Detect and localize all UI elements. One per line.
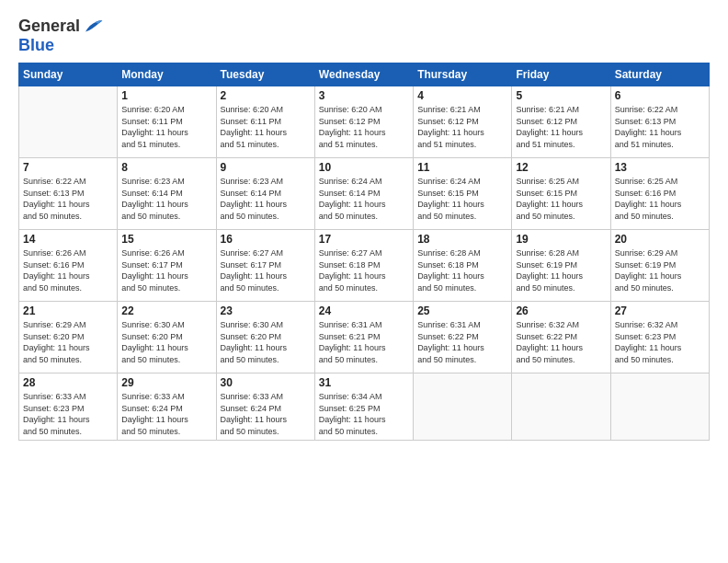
- calendar-cell: 25Sunrise: 6:31 AMSunset: 6:22 PMDayligh…: [414, 302, 512, 373]
- calendar-cell: [512, 373, 610, 441]
- calendar-cell: 27Sunrise: 6:32 AMSunset: 6:23 PMDayligh…: [610, 302, 709, 373]
- day-number: 6: [615, 89, 705, 102]
- weekday-header: Sunday: [19, 63, 118, 86]
- day-info: Sunrise: 6:24 AMSunset: 6:14 PMDaylight:…: [319, 176, 409, 222]
- calendar-cell: 12Sunrise: 6:25 AMSunset: 6:15 PMDayligh…: [512, 158, 610, 230]
- day-info: Sunrise: 6:24 AMSunset: 6:15 PMDaylight:…: [417, 176, 507, 222]
- calendar-cell: 11Sunrise: 6:24 AMSunset: 6:15 PMDayligh…: [414, 158, 512, 230]
- calendar-cell: 2Sunrise: 6:20 AMSunset: 6:11 PMDaylight…: [216, 86, 314, 158]
- calendar-cell: 24Sunrise: 6:31 AMSunset: 6:21 PMDayligh…: [314, 302, 413, 373]
- day-info: Sunrise: 6:33 AMSunset: 6:23 PMDaylight:…: [23, 391, 113, 437]
- day-number: 31: [319, 376, 409, 389]
- calendar-cell: [610, 373, 709, 441]
- day-info: Sunrise: 6:30 AMSunset: 6:20 PMDaylight:…: [221, 319, 311, 365]
- logo-blue-text: Blue: [18, 36, 54, 55]
- day-number: 22: [121, 304, 211, 317]
- day-number: 18: [417, 233, 507, 246]
- day-number: 11: [417, 161, 507, 174]
- day-number: 5: [516, 89, 606, 102]
- logo-general-text: General: [18, 17, 80, 36]
- day-info: Sunrise: 6:34 AMSunset: 6:25 PMDaylight:…: [319, 391, 409, 437]
- day-info: Sunrise: 6:29 AMSunset: 6:20 PMDaylight:…: [23, 319, 113, 365]
- day-info: Sunrise: 6:30 AMSunset: 6:20 PMDaylight:…: [121, 319, 211, 365]
- day-number: 16: [221, 233, 311, 246]
- day-info: Sunrise: 6:29 AMSunset: 6:19 PMDaylight:…: [615, 247, 705, 293]
- day-info: Sunrise: 6:33 AMSunset: 6:24 PMDaylight:…: [121, 391, 211, 437]
- day-info: Sunrise: 6:31 AMSunset: 6:22 PMDaylight:…: [417, 319, 507, 365]
- day-number: 20: [615, 233, 705, 246]
- day-info: Sunrise: 6:21 AMSunset: 6:12 PMDaylight:…: [516, 104, 606, 150]
- day-info: Sunrise: 6:26 AMSunset: 6:17 PMDaylight:…: [121, 247, 211, 293]
- weekday-header: Friday: [512, 63, 610, 86]
- day-info: Sunrise: 6:21 AMSunset: 6:12 PMDaylight:…: [417, 104, 507, 150]
- calendar-cell: 4Sunrise: 6:21 AMSunset: 6:12 PMDaylight…: [414, 86, 512, 158]
- day-number: 10: [319, 161, 409, 174]
- page: General Blue SundayMondayTuesdayWednesda…: [0, 0, 728, 563]
- day-info: Sunrise: 6:23 AMSunset: 6:14 PMDaylight:…: [121, 176, 211, 222]
- day-info: Sunrise: 6:28 AMSunset: 6:18 PMDaylight:…: [417, 247, 507, 293]
- calendar-row: 7Sunrise: 6:22 AMSunset: 6:13 PMDaylight…: [19, 158, 710, 230]
- calendar-cell: 14Sunrise: 6:26 AMSunset: 6:16 PMDayligh…: [19, 230, 118, 302]
- day-number: 1: [121, 89, 211, 102]
- day-info: Sunrise: 6:32 AMSunset: 6:22 PMDaylight:…: [516, 319, 606, 365]
- day-info: Sunrise: 6:33 AMSunset: 6:24 PMDaylight:…: [221, 391, 311, 437]
- calendar-row: 14Sunrise: 6:26 AMSunset: 6:16 PMDayligh…: [19, 230, 710, 302]
- day-number: 19: [516, 233, 606, 246]
- calendar-header-row: SundayMondayTuesdayWednesdayThursdayFrid…: [19, 63, 710, 86]
- day-info: Sunrise: 6:20 AMSunset: 6:11 PMDaylight:…: [121, 104, 211, 150]
- day-number: 4: [417, 89, 507, 102]
- day-number: 9: [221, 161, 311, 174]
- day-info: Sunrise: 6:22 AMSunset: 6:13 PMDaylight:…: [615, 104, 705, 150]
- calendar-cell: 18Sunrise: 6:28 AMSunset: 6:18 PMDayligh…: [414, 230, 512, 302]
- calendar-row: 1Sunrise: 6:20 AMSunset: 6:11 PMDaylight…: [19, 86, 710, 158]
- day-info: Sunrise: 6:25 AMSunset: 6:15 PMDaylight:…: [516, 176, 606, 222]
- logo: General Blue: [18, 17, 104, 55]
- weekday-header: Monday: [118, 63, 216, 86]
- calendar-cell: 3Sunrise: 6:20 AMSunset: 6:12 PMDaylight…: [314, 86, 413, 158]
- day-info: Sunrise: 6:31 AMSunset: 6:21 PMDaylight:…: [319, 319, 409, 365]
- calendar-cell: 10Sunrise: 6:24 AMSunset: 6:14 PMDayligh…: [314, 158, 413, 230]
- day-number: 15: [121, 233, 211, 246]
- day-number: 2: [221, 89, 311, 102]
- calendar-cell: [19, 86, 118, 158]
- calendar-cell: 17Sunrise: 6:27 AMSunset: 6:18 PMDayligh…: [314, 230, 413, 302]
- calendar-cell: 26Sunrise: 6:32 AMSunset: 6:22 PMDayligh…: [512, 302, 610, 373]
- weekday-header: Tuesday: [216, 63, 314, 86]
- day-number: 7: [23, 161, 113, 174]
- calendar-cell: [414, 373, 512, 441]
- weekday-header: Wednesday: [314, 63, 413, 86]
- day-number: 30: [221, 376, 311, 389]
- calendar-row: 28Sunrise: 6:33 AMSunset: 6:23 PMDayligh…: [19, 373, 710, 441]
- day-number: 23: [221, 304, 311, 317]
- day-info: Sunrise: 6:22 AMSunset: 6:13 PMDaylight:…: [23, 176, 113, 222]
- day-info: Sunrise: 6:28 AMSunset: 6:19 PMDaylight:…: [516, 247, 606, 293]
- day-info: Sunrise: 6:32 AMSunset: 6:23 PMDaylight:…: [615, 319, 705, 365]
- calendar-cell: 19Sunrise: 6:28 AMSunset: 6:19 PMDayligh…: [512, 230, 610, 302]
- day-number: 28: [23, 376, 113, 389]
- day-number: 8: [121, 161, 211, 174]
- calendar-cell: 16Sunrise: 6:27 AMSunset: 6:17 PMDayligh…: [216, 230, 314, 302]
- calendar-cell: 7Sunrise: 6:22 AMSunset: 6:13 PMDaylight…: [19, 158, 118, 230]
- day-number: 29: [121, 376, 211, 389]
- calendar-cell: 20Sunrise: 6:29 AMSunset: 6:19 PMDayligh…: [610, 230, 709, 302]
- day-number: 27: [615, 304, 705, 317]
- day-number: 14: [23, 233, 113, 246]
- calendar-cell: 6Sunrise: 6:22 AMSunset: 6:13 PMDaylight…: [610, 86, 709, 158]
- day-info: Sunrise: 6:27 AMSunset: 6:17 PMDaylight:…: [221, 247, 311, 293]
- day-info: Sunrise: 6:26 AMSunset: 6:16 PMDaylight:…: [23, 247, 113, 293]
- calendar-table: SundayMondayTuesdayWednesdayThursdayFrid…: [18, 63, 710, 441]
- day-number: 25: [417, 304, 507, 317]
- calendar-cell: 15Sunrise: 6:26 AMSunset: 6:17 PMDayligh…: [118, 230, 216, 302]
- day-number: 3: [319, 89, 409, 102]
- calendar-cell: 5Sunrise: 6:21 AMSunset: 6:12 PMDaylight…: [512, 86, 610, 158]
- header: General Blue: [18, 17, 710, 55]
- day-number: 24: [319, 304, 409, 317]
- calendar-row: 21Sunrise: 6:29 AMSunset: 6:20 PMDayligh…: [19, 302, 710, 373]
- day-number: 12: [516, 161, 606, 174]
- calendar-cell: 23Sunrise: 6:30 AMSunset: 6:20 PMDayligh…: [216, 302, 314, 373]
- weekday-header: Saturday: [610, 63, 709, 86]
- weekday-header: Thursday: [414, 63, 512, 86]
- calendar-cell: 21Sunrise: 6:29 AMSunset: 6:20 PMDayligh…: [19, 302, 118, 373]
- day-info: Sunrise: 6:20 AMSunset: 6:12 PMDaylight:…: [319, 104, 409, 150]
- day-number: 21: [23, 304, 113, 317]
